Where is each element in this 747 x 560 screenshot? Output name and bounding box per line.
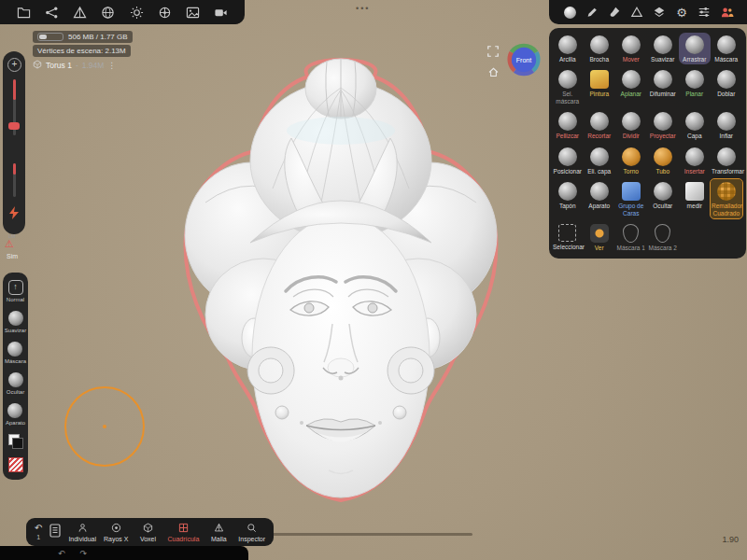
insert-icon (685, 147, 704, 166)
tool-torno[interactable]: Torno (615, 145, 647, 176)
tool-proyectar[interactable]: Proyectar (647, 109, 679, 141)
paintbrush-icon[interactable] (607, 5, 623, 21)
tool-seleccionar[interactable]: Seleccionar (552, 221, 584, 253)
display-button-inspector[interactable]: Inspector (238, 523, 265, 542)
display-button-individual[interactable]: Individual (68, 523, 96, 542)
undo-group[interactable]: ↶ 1 (35, 524, 42, 540)
top-left-toolbar (0, 0, 245, 24)
tool-pellizcar[interactable]: Pellizcar (552, 109, 584, 141)
pencil-icon[interactable] (585, 5, 600, 21)
camera-icon[interactable] (213, 5, 229, 21)
timeline-scrollbar[interactable] (267, 533, 472, 536)
tool-transformar[interactable]: Transformar (711, 145, 742, 176)
material-sphere-icon[interactable] (562, 5, 578, 21)
tool-aparato[interactable]: Aparato (584, 179, 615, 218)
tool-arrastrar[interactable]: Arrastrar (679, 33, 711, 64)
tool-grupo-de-caras[interactable]: Grupo de Caras (615, 179, 647, 218)
vertices-chip: Vértices de escena: 2.13M (33, 45, 131, 57)
tool-remallador-cuadrado[interactable]: Remallador Cuadrado (711, 179, 742, 218)
stroke-item-normal[interactable]: ↑Normal (7, 280, 24, 302)
mask-icon (717, 35, 736, 54)
stroke-item-aparato[interactable]: Aparato (6, 403, 25, 426)
tool-label: Máscara (711, 56, 742, 63)
memory-text: 506 MB / 1.77 GB (68, 33, 128, 41)
tool-mascara[interactable]: Máscara (711, 33, 742, 64)
tool-recortar[interactable]: Recortar (584, 109, 615, 141)
display-button-label: Cuadrícula (167, 536, 199, 542)
settings-gear-icon[interactable]: ⚙ (674, 5, 690, 21)
scene-stats: 506 MB / 1.77 GB Vértices de escena: 2.1… (33, 31, 133, 57)
stroke-item-mascara[interactable]: Máscara (5, 342, 26, 364)
sim-warning-icon[interactable]: ⚠ (5, 238, 14, 250)
stroke-item-suavizar[interactable]: Suavizar (5, 311, 26, 333)
object-menu-icon[interactable]: ⋮ (107, 61, 116, 70)
drag-icon (685, 35, 704, 54)
folder-icon[interactable] (16, 5, 32, 21)
tool-inflar[interactable]: Inflar (711, 109, 742, 141)
home-icon[interactable] (487, 65, 500, 82)
grid-icon (178, 523, 189, 534)
tool-insertar[interactable]: Insertar (679, 145, 711, 176)
tool-dividir[interactable]: Dividir (615, 109, 647, 141)
tool-difuminar[interactable]: Difuminar (647, 67, 679, 106)
tool-ocultar[interactable]: Ocultar (647, 179, 679, 218)
intensity-bolt-icon[interactable] (8, 206, 20, 223)
inflate-icon (717, 112, 736, 131)
layers-icon[interactable] (652, 5, 668, 21)
display-button-rayos-x[interactable]: Rayos X (104, 523, 128, 542)
window-menu-dots[interactable]: ••• (356, 4, 370, 13)
tool-eli-capa[interactable]: Eli. capa (584, 145, 615, 176)
tool-pintura[interactable]: Pintura (584, 67, 615, 106)
tool-label: Eli. capa (584, 168, 615, 175)
display-button-malla[interactable]: Malla (206, 523, 231, 542)
display-button-voxel[interactable]: Voxel (135, 523, 160, 542)
fullscreen-icon[interactable] (486, 45, 500, 62)
matcap-striped-swatch[interactable] (8, 457, 23, 472)
paint-icon (590, 70, 609, 89)
view-gizmo[interactable]: Front (505, 41, 543, 78)
intensity-slider[interactable] (13, 163, 16, 197)
scene-object-row[interactable]: Torus 1 - 1.94M ⋮ (33, 60, 116, 71)
tool-capa[interactable]: Capa (679, 109, 711, 141)
tool-tubo[interactable]: Tubo (647, 145, 679, 176)
prism-icon[interactable] (72, 5, 88, 21)
tool-mover[interactable]: Mover (615, 33, 647, 64)
tool-arcilla[interactable]: Arcilla (552, 33, 584, 64)
display-button-label: Inspector (238, 536, 265, 542)
tool-tapon[interactable]: Tapón (552, 179, 584, 218)
image-icon[interactable] (185, 5, 201, 21)
tool-planar[interactable]: Planar (679, 67, 711, 106)
radius-dial-icon[interactable]: + (7, 58, 21, 72)
wheel-icon[interactable] (157, 5, 173, 21)
sliders-icon[interactable] (697, 5, 712, 21)
community-people-icon[interactable] (719, 5, 735, 21)
tool-medir[interactable]: medir (679, 179, 711, 218)
color-swatches[interactable] (8, 434, 23, 449)
tool-aplanar[interactable]: Aplanar (615, 67, 647, 106)
environment-icon[interactable] (629, 5, 645, 21)
tool-sel-mascara[interactable]: Sel. máscara (552, 67, 584, 106)
sun-icon[interactable] (129, 5, 145, 21)
tool-doblar[interactable]: Doblar (711, 67, 742, 106)
tool-mascara-2[interactable]: Máscara 2 (647, 221, 679, 253)
background-color-swatch[interactable] (12, 438, 23, 449)
tool-label: Recortar (584, 133, 615, 139)
smooth-icon (654, 35, 672, 54)
globe-icon[interactable] (100, 5, 116, 21)
sculpt-model[interactable] (177, 49, 504, 511)
radius-slider-thumb[interactable] (8, 122, 20, 130)
node-graph-icon[interactable] (44, 5, 60, 21)
hide-sphere-icon (8, 372, 23, 387)
tool-posicionar[interactable]: Posicionar (552, 145, 584, 176)
history-journal-icon[interactable] (49, 524, 61, 541)
tool-brocha[interactable]: Brocha (584, 33, 615, 64)
undo-icon[interactable]: ↶ (35, 524, 42, 533)
display-button-cuadricula[interactable]: Cuadrícula (167, 523, 199, 542)
stroke-item-ocultar[interactable]: Ocultar (7, 372, 24, 395)
tool-mascara-1[interactable]: Máscara 1 (615, 221, 647, 253)
wireframe-icon (214, 523, 224, 534)
undo-arrow-icon[interactable]: ↶ (58, 549, 65, 558)
tool-suavizar[interactable]: Suavizar (647, 33, 679, 64)
redo-arrow-icon[interactable]: ↷ (80, 549, 88, 558)
tool-ver[interactable]: Ver (584, 221, 615, 253)
